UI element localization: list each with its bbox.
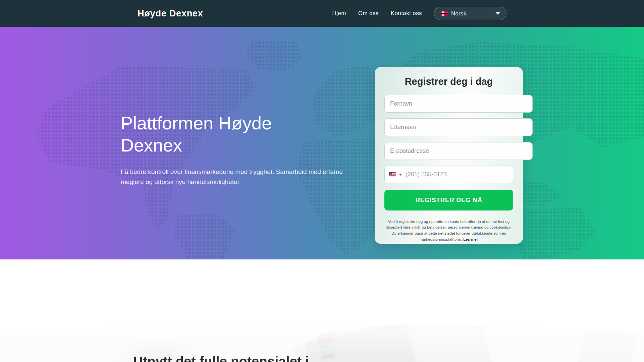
language-selector[interactable]: Norsk xyxy=(434,7,506,20)
next-section-heading: Utnytt det fulle potensialet i xyxy=(133,354,309,362)
next-section-photo xyxy=(0,325,644,362)
hero-subtitle: Få bedre kontroll over finansmarkedene m… xyxy=(121,167,361,187)
disclaimer-text: Ved å registrere deg og opprette en kont… xyxy=(384,219,513,243)
hero-title: Plattformen Høyde Dexnex xyxy=(121,112,315,157)
email-input[interactable] xyxy=(384,142,533,160)
top-navbar: Høyde Dexnex Hjem Om oss Kontakt oss No xyxy=(0,0,644,27)
brand-logo[interactable]: Høyde Dexnex xyxy=(138,8,203,19)
nav-link-om-oss[interactable]: Om oss xyxy=(358,10,379,17)
disclaimer-body: Ved å registrere deg og opprette en kont… xyxy=(386,220,512,241)
nav-link-hjem[interactable]: Hjem xyxy=(332,10,346,17)
norway-flag-icon xyxy=(440,11,448,16)
les-mer-link[interactable]: Les mer xyxy=(463,237,478,241)
first-name-input[interactable] xyxy=(384,95,533,113)
chevron-down-icon xyxy=(495,12,500,15)
phone-input[interactable] xyxy=(405,171,508,178)
language-selected-label: Norsk xyxy=(451,10,467,17)
white-overlay xyxy=(0,325,644,362)
registration-card: Registrer deg i dag xyxy=(375,67,523,244)
page: Høyde Dexnex Hjem Om oss Kontakt oss No xyxy=(0,0,644,362)
main-nav: Hjem Om oss Kontakt oss xyxy=(332,10,422,17)
register-button[interactable]: REGISTRER DEG NÅ xyxy=(384,190,513,210)
registration-title: Registrer deg i dag xyxy=(375,76,523,87)
us-flag-icon xyxy=(389,172,396,177)
nav-link-kontakt-oss[interactable]: Kontakt oss xyxy=(391,10,422,17)
last-name-input[interactable] xyxy=(384,118,533,136)
country-dropdown-caret-icon[interactable] xyxy=(399,174,402,176)
phone-field xyxy=(384,166,513,183)
hero-section: Plattformen Høyde Dexnex Få bedre kontro… xyxy=(0,27,644,259)
